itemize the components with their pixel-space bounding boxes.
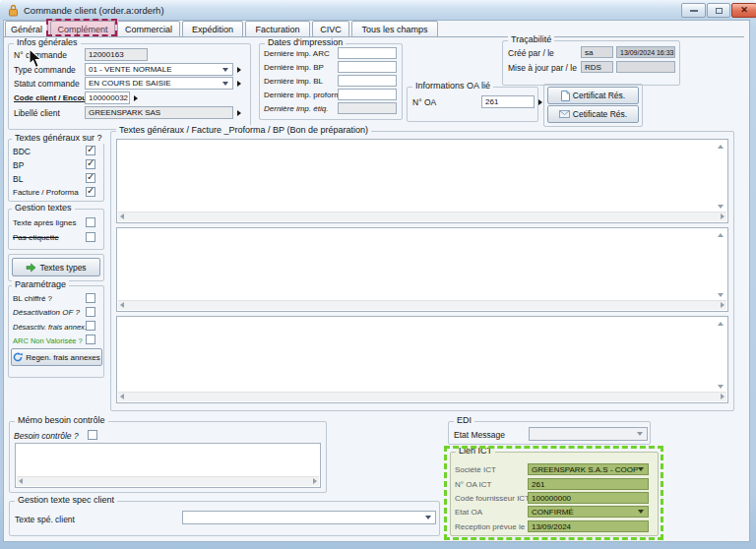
certificat-res-button[interactable]: Certificat Rés. [547,87,639,104]
document-icon [561,91,570,101]
scroll-right-icon[interactable] [721,302,724,308]
tab-commercial[interactable]: Commercial [117,21,180,37]
statut-commande-label: Statut commande [14,79,80,89]
tab-facturation[interactable]: Facturation [245,21,310,37]
etat-oa-combo[interactable]: CONFIRMÉ [528,506,649,518]
refresh-icon [13,352,23,362]
code-client-field[interactable]: 100000032 [85,92,130,104]
desactiv-frais-annex-checkbox[interactable] [86,321,95,331]
besoin-controle-checkbox[interactable] [88,430,97,440]
horizontal-scrollbar[interactable] [118,392,726,401]
code-client-label[interactable]: Code client / Encours [14,93,94,102]
tab-civc[interactable]: CIVC [312,21,349,37]
group-parametrage-label: Paramétrage [12,279,69,290]
minimize-button[interactable] [681,3,706,18]
societe-ict-combo[interactable]: GREENSPARK S.A.S - COOP [528,463,649,475]
maximize-button[interactable] [707,3,730,18]
imp-bl-field[interactable] [338,75,397,87]
bl-chiffre-checkbox[interactable] [86,293,95,303]
window-title: Commande client (order.a:orderh) [24,5,164,16]
scroll-up-icon[interactable] [718,145,724,149]
chevron-down-icon [222,68,228,72]
texte-spe-client-combo[interactable] [182,511,436,524]
title-bar: Commande client (order.a:orderh) [0,0,756,20]
texte-spe-client-label: Texte spé. client [15,515,75,524]
green-arrow-icon [26,263,36,273]
minimize-icon [690,10,698,12]
scroll-right-icon[interactable] [721,394,724,399]
scroll-up-icon[interactable] [718,233,724,237]
imp-etiq-label: Dernière imp. étiq. [264,104,328,113]
group-dates-impression-label: Dates d'impression [265,37,346,48]
facture-proforma-label: Facture / Proforma [13,188,79,197]
memo-textarea[interactable] [15,443,321,488]
arc-non-valorisee-checkbox[interactable] [86,335,95,344]
num-oa-ict-label: N° OA ICT [455,480,491,489]
horizontal-scrollbar[interactable] [118,212,726,221]
scroll-down-icon[interactable] [718,385,724,389]
num-oa-ict-field[interactable]: 261 [528,478,649,490]
bl-checkbox[interactable]: ✓ [86,173,95,183]
facture-proforma-checkbox[interactable]: ✓ [86,187,95,197]
scroll-up-icon[interactable] [718,322,724,326]
scroll-down-icon[interactable] [718,205,724,209]
cree-par-date-field: 13/09/2024 16:33 [616,46,675,58]
textes-generaux-textarea-1[interactable] [116,139,728,223]
num-oa-field[interactable]: 261 [481,95,535,108]
code-client-link-marker[interactable] [134,95,138,101]
imp-bp-field[interactable] [338,61,397,73]
imp-proforma-field[interactable] [338,89,397,100]
textes-types-button[interactable]: Textes types [12,258,100,276]
horizontal-scrollbar[interactable] [17,476,319,486]
statut-commande-link-marker[interactable] [237,81,241,87]
scroll-left-icon[interactable] [120,394,124,399]
tab-expedition[interactable]: Expédition [182,21,243,37]
chevron-down-icon [637,432,643,436]
lock-icon [8,4,19,17]
tab-tous-les-champs[interactable]: Tous les champs [351,21,438,37]
imp-bl-label: Dernière imp. BL [264,77,323,86]
desactivation-of-checkbox[interactable] [86,307,95,317]
imp-arc-field[interactable] [338,47,397,59]
num-oa-link-marker[interactable] [538,99,542,105]
reception-prevue-field[interactable]: 13/09/2024 [528,520,649,532]
bp-checkbox[interactable]: ✓ [86,159,95,169]
cetificate-res-button[interactable]: Cetificate Rés. [547,105,639,123]
textes-generaux-textarea-3[interactable] [116,316,728,403]
group-tracabilite-label: Traçabilité [508,34,554,45]
besoin-controle-label: Besoin contrôle ? [14,431,79,441]
etat-oa-label: Etat OA [455,508,482,517]
cree-par-label: Créé par / le [508,48,554,58]
regen-frais-annexes-button[interactable]: Regen. frais annexes [11,348,102,366]
texte-apres-lignes-checkbox[interactable] [86,217,95,227]
group-memo-label: Mémo besoin contrôle [15,415,108,426]
pas-etiquette-label: Pas etiquette [13,233,59,242]
bdc-checkbox[interactable]: ✓ [86,146,95,155]
maj-par-user-field: RDS [581,61,613,73]
maj-par-date-field [616,61,675,73]
type-commande-combo[interactable]: 01 - VENTE NORMALE [85,63,233,76]
horizontal-scrollbar[interactable] [118,300,726,310]
application-window: Commande client (order.a:orderh) ✕ Génér… [0,0,756,549]
libelle-client-link-marker[interactable] [237,110,241,116]
tab-general[interactable]: Général [5,21,48,37]
group-gestion-texte-spec-label: Gestion texte spec client [15,495,117,506]
pas-etiquette-checkbox[interactable] [86,232,95,242]
group-textes-generaux-label: Textes généraux / Facture _Proforma / BP… [116,125,371,136]
arc-non-valorisee-label: ARC Non Valorisée ? [13,336,83,345]
group-edi-label: EDI [454,415,474,426]
scroll-down-icon[interactable] [718,293,724,297]
code-fournisseur-ict-field[interactable]: 100000000 [528,492,649,504]
scroll-left-icon[interactable] [120,302,124,308]
scroll-right-icon[interactable] [313,478,317,484]
etat-message-combo[interactable] [529,427,648,441]
target-annotation-complement [46,19,117,36]
type-commande-link-marker[interactable] [237,67,241,73]
textes-generaux-textarea-2[interactable] [116,227,728,312]
scroll-right-icon[interactable] [721,214,724,219]
close-button[interactable]: ✕ [731,3,756,18]
imp-bp-label: Dernière imp. BP [264,63,324,72]
statut-commande-combo[interactable]: EN COURS DE SAISIE [85,77,233,90]
scroll-left-icon[interactable] [120,214,124,219]
scroll-left-icon[interactable] [19,478,23,484]
